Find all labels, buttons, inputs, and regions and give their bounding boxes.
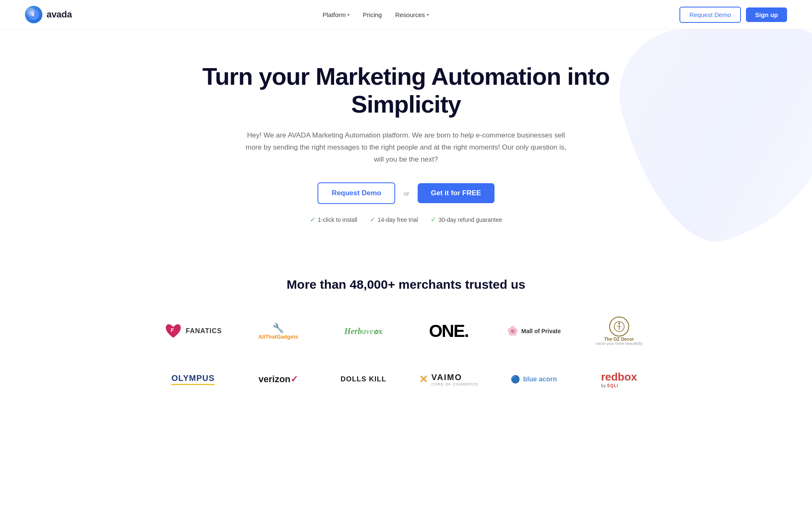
redbox-label: redbox — [601, 371, 637, 383]
vaimo-x-icon: ✕ — [419, 373, 428, 386]
logo-herbavex: Herbave✿x — [327, 322, 400, 340]
navbar: a avada Platform ▾ Pricing Resources ▾ R — [0, 0, 812, 29]
cta-or-label: or — [404, 190, 409, 197]
trusted-section: More than 48,000+ merchants trusted us F… — [0, 248, 812, 417]
hero-cta: Request Demo or Get it for FREE — [17, 182, 795, 204]
hero-title: Turn your Marketing Automation into Simp… — [177, 63, 635, 118]
navbar-nav: Platform ▾ Pricing Resources ▾ — [322, 11, 428, 18]
logo-text: avada — [47, 9, 72, 20]
chevron-down-icon: ▾ — [427, 12, 429, 17]
badge-trial: ✓ 14-day free trial — [370, 216, 418, 224]
one-label: ONE. — [429, 321, 468, 341]
logo[interactable]: a avada — [25, 6, 72, 23]
redbox-sqli: SQLI — [607, 383, 618, 388]
logos-grid: F FANATICS 🔧 AllThatGadgets Herbave✿x ON… — [157, 312, 655, 392]
nav-resources[interactable]: Resources ▾ — [395, 11, 429, 18]
ozdecor-icon — [609, 317, 629, 337]
blueacorn-icon: 🔵 — [511, 375, 520, 384]
verizon-label: verizon✓ — [258, 374, 298, 385]
nav-platform[interactable]: Platform ▾ — [322, 11, 349, 18]
check-icon: ✓ — [431, 216, 436, 224]
svg-point-1 — [30, 11, 34, 15]
atg-label: AllThatGadgets — [258, 334, 298, 340]
trusted-title: More than 48,000+ merchants trusted us — [25, 278, 787, 292]
ozdecor-label: The OZ Decor — [604, 337, 634, 341]
hero-badges: ✓ 1-click to install ✓ 14-day free trial… — [17, 216, 795, 224]
svg-point-6 — [618, 322, 620, 324]
verizon-check-icon: ✓ — [290, 374, 298, 384]
navbar-actions: Request Demo Sign up — [679, 7, 787, 23]
logo-dolls-kill: DOLLS KILL — [327, 371, 400, 388]
badge-install: ✓ 1-click to install — [310, 216, 357, 224]
blueacorn-label: blue acorn — [523, 376, 557, 383]
check-icon: ✓ — [370, 216, 375, 224]
fanatics-label: FANATICS — [186, 327, 222, 335]
olympus-label: OLYMPUS — [171, 373, 214, 385]
atg-icon: 🔧 — [273, 323, 284, 334]
hero-get-free-button[interactable]: Get it for FREE — [418, 183, 495, 203]
logo-vaimo: ✕ VAIMO CORE OF COMMERCE — [412, 368, 485, 391]
logo-fanatics: F FANATICS — [157, 319, 229, 344]
chevron-down-icon: ▾ — [347, 12, 349, 17]
vaimo-sub: CORE OF COMMERCE — [431, 382, 478, 386]
logo-icon: a — [25, 6, 42, 23]
logo-one: ONE. — [412, 317, 485, 345]
hero-section: Turn your Marketing Automation into Simp… — [0, 29, 812, 248]
logo-blue-acorn: 🔵 blue acorn — [497, 371, 570, 388]
hero-subtitle: Hey! We are AVADA Marketing Automation p… — [240, 130, 572, 166]
badge-refund: ✓ 30-day refund guarantee — [431, 216, 502, 224]
logo-mall-of-private: 🌸 Mall of Private — [497, 322, 570, 341]
fanatics-heart-icon: F — [164, 323, 182, 339]
redbox-by: by — [601, 383, 606, 388]
check-icon: ✓ — [310, 216, 315, 224]
nav-pricing[interactable]: Pricing — [363, 11, 382, 18]
logo-verizon: verizon✓ — [242, 370, 315, 389]
dollskill-label: DOLLS KILL — [340, 375, 386, 383]
logo-olympus: OLYMPUS — [157, 369, 229, 389]
herbavex-label: Herbave✿x — [344, 327, 383, 336]
logo-redbox: redbox by SQLI — [583, 366, 655, 392]
ozdecor-sub: Decor your home beautifully — [595, 341, 642, 346]
mop-label: Mall of Private — [522, 328, 561, 334]
vaimo-label: VAIMO — [431, 373, 462, 382]
logo-allthatgadgets: 🔧 AllThatGadgets — [242, 319, 315, 344]
hero-content: Turn your Marketing Automation into Simp… — [17, 63, 795, 224]
svg-text:a: a — [32, 12, 34, 17]
svg-text:F: F — [171, 327, 174, 333]
svg-point-0 — [28, 9, 39, 20]
request-demo-button[interactable]: Request Demo — [679, 7, 741, 23]
hero-request-demo-button[interactable]: Request Demo — [317, 182, 395, 204]
logo-oz-decor: The OZ Decor Decor your home beautifully — [583, 312, 655, 350]
mop-icon: 🌸 — [507, 326, 518, 337]
signup-button[interactable]: Sign up — [746, 7, 787, 22]
